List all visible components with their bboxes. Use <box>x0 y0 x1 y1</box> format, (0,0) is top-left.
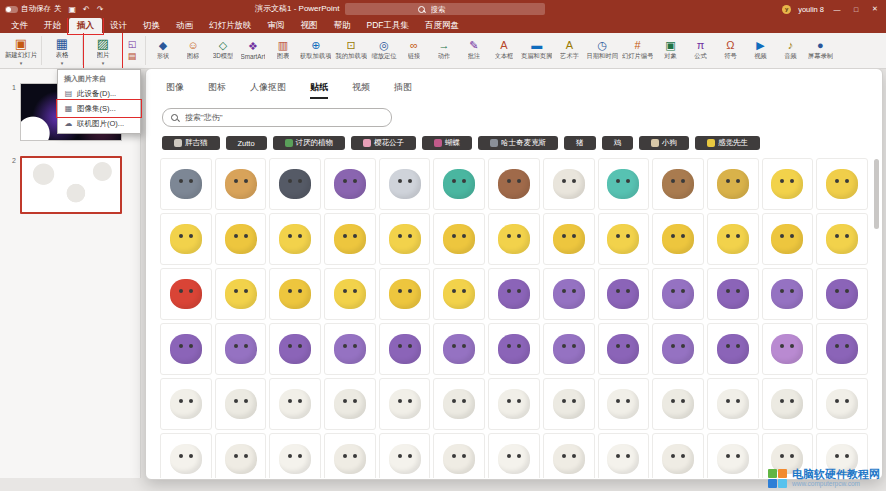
sticker-purple-character-stickers-1[interactable] <box>160 323 212 375</box>
sticker-bee-stickers-11[interactable] <box>707 213 759 265</box>
save-icon[interactable]: ▣ <box>69 5 77 14</box>
sticker-purple-character-stickers-3[interactable] <box>269 323 321 375</box>
sticker-white-cat-stickers-13[interactable] <box>816 378 868 430</box>
dialog-tab-视频[interactable]: 视频 <box>352 81 370 99</box>
sticker-white-cat-stickers-11[interactable] <box>707 378 759 430</box>
sticker-bee-and-purple-character-stickers-12[interactable] <box>762 268 814 320</box>
ribbon-button-my-addins[interactable]: ⊡我的加载项 <box>333 33 368 68</box>
sticker-rooster-stickers-5[interactable] <box>379 433 431 478</box>
sticker-bee-stickers-9[interactable] <box>598 213 650 265</box>
dialog-scrollbar[interactable] <box>874 159 879 471</box>
sticker-white-cat-stickers-1[interactable] <box>160 378 212 430</box>
sticker-bee-and-purple-character-stickers-10[interactable] <box>652 268 704 320</box>
menu-item-this-device[interactable]: ▤此设备(D)... <box>58 86 140 101</box>
sticker-pirate-stickers-13[interactable] <box>816 158 868 210</box>
sticker-rooster-stickers-11[interactable] <box>707 433 759 478</box>
chip-哈士奇麦克斯[interactable]: 哈士奇麦克斯 <box>478 136 558 150</box>
ribbon-button-text-box[interactable]: A文本框 <box>489 33 519 68</box>
sticker-white-cat-stickers-5[interactable] <box>379 378 431 430</box>
sticker-pirate-stickers-10[interactable] <box>652 158 704 210</box>
dialog-search[interactable] <box>162 108 392 127</box>
sticker-rooster-stickers-3[interactable] <box>269 433 321 478</box>
menu-item-online-pictures[interactable]: ☁联机图片(O)... <box>58 116 140 131</box>
ribbon-button-wordart[interactable]: A艺术字 <box>554 33 584 68</box>
ribbon-button-header-footer[interactable]: ▬页眉和页脚 <box>519 33 554 68</box>
sticker-rooster-stickers-8[interactable] <box>543 433 595 478</box>
sticker-pirate-stickers-12[interactable] <box>762 158 814 210</box>
ribbon-button-zoom-links[interactable]: ◎缩放定位 <box>369 33 399 68</box>
ribbon-button-shapes[interactable]: ◆形状 <box>148 33 178 68</box>
ribbon-button-screen-recording[interactable]: ●屏幕录制 <box>805 33 835 68</box>
ribbon-button-smartart[interactable]: ❖SmartArt <box>238 33 268 68</box>
new-slide-button[interactable]: ▣ 新建幻灯片 ▾ <box>3 33 39 68</box>
close-button[interactable]: ✕ <box>869 5 881 13</box>
sticker-purple-character-stickers-13[interactable] <box>816 323 868 375</box>
sticker-pirate-stickers-6[interactable] <box>433 158 485 210</box>
menu-item-stock-images[interactable]: ▦图像集(S)... <box>58 101 140 116</box>
sticker-bee-stickers-1[interactable] <box>160 213 212 265</box>
chip-讨厌的植物[interactable]: 讨厌的植物 <box>273 136 346 150</box>
minimize-button[interactable]: — <box>831 6 843 13</box>
sticker-bee-and-purple-character-stickers-11[interactable] <box>707 268 759 320</box>
ribbon-tab-文件[interactable]: 文件 <box>3 18 36 33</box>
chip-胖吉猫[interactable]: 胖吉猫 <box>162 136 220 150</box>
sticker-white-cat-stickers-12[interactable] <box>762 378 814 430</box>
sticker-bee-and-purple-character-stickers-7[interactable] <box>488 268 540 320</box>
sticker-pirate-stickers-11[interactable] <box>707 158 759 210</box>
ribbon-button-equation[interactable]: π公式 <box>685 33 715 68</box>
sticker-bee-stickers-10[interactable] <box>652 213 704 265</box>
ribbon-button-get-addins[interactable]: ⊕获取加载项 <box>298 33 333 68</box>
chip-感觉先生[interactable]: 感觉先生 <box>695 136 760 150</box>
dialog-tab-人像抠图[interactable]: 人像抠图 <box>250 81 286 99</box>
ribbon-button-video[interactable]: ▶视频 <box>745 33 775 68</box>
chip-蝴蝶[interactable]: 蝴蝶 <box>422 136 472 150</box>
ribbon-tab-审阅[interactable]: 审阅 <box>260 18 293 33</box>
slide-thumbnail-2-selected[interactable] <box>20 156 122 214</box>
sticker-rooster-stickers-2[interactable] <box>215 433 267 478</box>
sticker-bee-stickers-8[interactable] <box>543 213 595 265</box>
ribbon-button-symbol[interactable]: Ω符号 <box>715 33 745 68</box>
ribbon-tab-动画[interactable]: 动画 <box>168 18 201 33</box>
sticker-rooster-stickers-4[interactable] <box>324 433 376 478</box>
titlebar-search-input[interactable] <box>429 4 473 15</box>
sticker-bee-and-purple-character-stickers-13[interactable] <box>816 268 868 320</box>
ribbon-tab-帮助[interactable]: 帮助 <box>326 18 359 33</box>
sticker-bee-stickers-13[interactable] <box>816 213 868 265</box>
sticker-purple-character-stickers-8[interactable] <box>543 323 595 375</box>
sticker-bee-and-purple-character-stickers-8[interactable] <box>543 268 595 320</box>
sticker-bee-stickers-4[interactable] <box>324 213 376 265</box>
user-name[interactable]: youlin 8 <box>798 5 824 14</box>
sticker-bee-and-purple-character-stickers-3[interactable] <box>269 268 321 320</box>
ribbon-button-link[interactable]: ∞链接 <box>399 33 429 68</box>
ribbon-tab-视图[interactable]: 视图 <box>293 18 326 33</box>
sticker-pirate-stickers-3[interactable] <box>269 158 321 210</box>
sticker-rooster-stickers-9[interactable] <box>598 433 650 478</box>
sticker-bee-and-purple-character-stickers-2[interactable] <box>215 268 267 320</box>
sticker-bee-stickers-7[interactable] <box>488 213 540 265</box>
sticker-pirate-stickers-7[interactable] <box>488 158 540 210</box>
sticker-purple-character-stickers-6[interactable] <box>433 323 485 375</box>
sticker-white-cat-stickers-3[interactable] <box>269 378 321 430</box>
sticker-white-cat-stickers-7[interactable] <box>488 378 540 430</box>
sticker-bee-and-purple-character-stickers-4[interactable] <box>324 268 376 320</box>
scrollbar-thumb[interactable] <box>874 159 879 229</box>
redo-icon[interactable]: ↷ <box>97 5 104 14</box>
ribbon-button-comment[interactable]: ✎批注 <box>459 33 489 68</box>
dialog-search-input[interactable] <box>183 112 357 123</box>
sticker-bee-stickers-5[interactable] <box>379 213 431 265</box>
chip-小狗[interactable]: 小狗 <box>639 136 689 150</box>
sticker-bee-stickers-2[interactable] <box>215 213 267 265</box>
sticker-purple-character-stickers-11[interactable] <box>707 323 759 375</box>
sticker-white-cat-stickers-10[interactable] <box>652 378 704 430</box>
ribbon-button-icons[interactable]: ☺图标 <box>178 33 208 68</box>
ribbon-tab-百度网盘[interactable]: 百度网盘 <box>417 18 467 33</box>
chip-鸡[interactable]: 鸡 <box>602 136 634 150</box>
maximize-button[interactable]: □ <box>850 6 862 13</box>
sticker-bee-stickers-3[interactable] <box>269 213 321 265</box>
ribbon-button-object[interactable]: ▣对象 <box>655 33 685 68</box>
photo-album-button[interactable]: ▤ <box>128 52 137 61</box>
ribbon-tab-切换[interactable]: 切换 <box>135 18 168 33</box>
sticker-bee-and-purple-character-stickers-5[interactable] <box>379 268 431 320</box>
dialog-tab-贴纸[interactable]: 贴纸 <box>310 81 328 99</box>
ribbon-tab-开始[interactable]: 开始 <box>36 18 69 33</box>
